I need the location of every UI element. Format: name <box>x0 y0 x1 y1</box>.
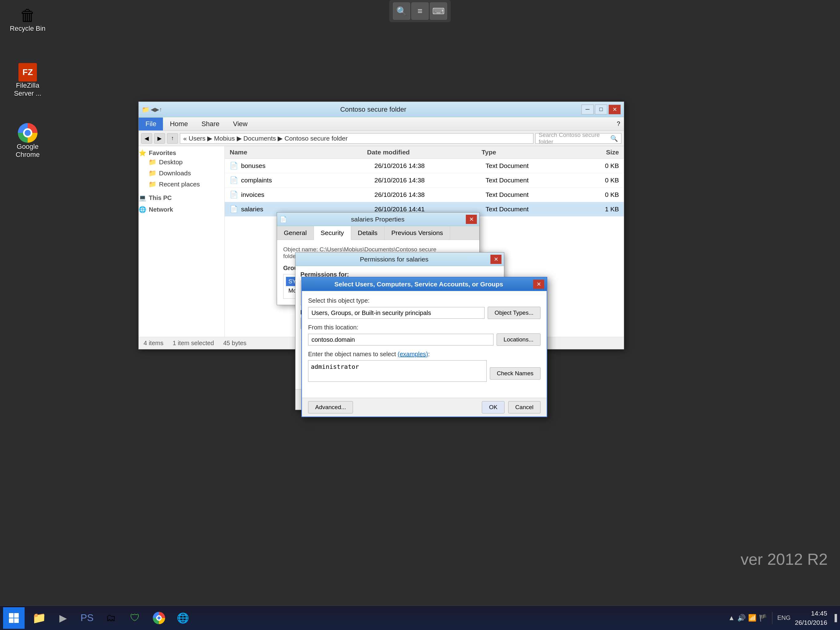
sidebar-network[interactable]: 🌐Network <box>139 206 224 213</box>
filezilla-img: FZ <box>19 63 37 82</box>
menu-share[interactable]: Share <box>195 117 226 130</box>
filezilla-icon[interactable]: FZ FileZillaServer ... <box>3 60 52 101</box>
maximize-button[interactable]: □ <box>595 104 607 114</box>
taskbar-cmd[interactable]: ▶ <box>52 607 74 629</box>
clock-time: 14:45 <box>795 609 827 618</box>
file-row-invoices[interactable]: 📄 invoices 26/10/2016 14:38 Text Documen… <box>225 188 624 202</box>
clock-date: 26/10/2016 <box>795 618 827 627</box>
select-users-close-button[interactable]: ✕ <box>533 280 544 289</box>
menu-bar: File Home Share View ? <box>139 117 624 131</box>
recycle-bin-label: Recycle Bin <box>6 25 49 33</box>
file-date-bonuses: 26/10/2016 14:38 <box>374 162 485 169</box>
path-text: « Users ▶ Mobius ▶ Documents ▶ Contoso s… <box>183 135 348 142</box>
tray-lang[interactable]: ENG <box>777 614 791 621</box>
close-button[interactable]: ✕ <box>608 104 621 114</box>
minimize-button[interactable]: ─ <box>581 104 594 114</box>
taskbar-powershell[interactable]: PS <box>76 607 98 629</box>
properties-close-button[interactable]: ✕ <box>466 215 477 224</box>
select-users-title: Select Users, Computers, Service Account… <box>305 280 533 288</box>
file-row-bonuses[interactable]: 📄 bonuses 26/10/2016 14:38 Text Document… <box>225 159 624 173</box>
file-name-complaints: complaints <box>241 177 374 184</box>
tray-icon-2[interactable]: 🔊 <box>737 614 745 622</box>
address-path[interactable]: « Users ▶ Mobius ▶ Documents ▶ Contoso s… <box>180 133 534 144</box>
permissions-close-button[interactable]: ✕ <box>490 255 502 264</box>
taskbar-clock[interactable]: 14:45 26/10/2016 <box>795 609 827 627</box>
taskbar-secpol[interactable]: 🛡 <box>124 607 146 629</box>
chrome-label: Google Chrome <box>6 143 49 159</box>
forward-button[interactable]: ▶ <box>154 133 165 144</box>
recycle-bin-icon[interactable]: 🗑 Recycle Bin <box>3 3 52 36</box>
locations-button[interactable]: Locations... <box>497 334 540 346</box>
menu-icon[interactable]: ≡ <box>411 2 429 20</box>
status-items: 4 items <box>144 340 163 347</box>
tab-details[interactable]: Details <box>351 226 385 240</box>
advanced-button[interactable]: Advanced... <box>308 401 353 413</box>
taskbar: 📁 ▶ PS 🗂 🛡 🌐 ▲ 🔊 📶 🏴 ENG 14:45 26/10/201… <box>0 605 840 630</box>
svg-rect-3 <box>14 618 19 623</box>
file-type-invoices: Text Document <box>485 191 574 198</box>
select-users-cancel-button[interactable]: Cancel <box>508 401 540 413</box>
show-desktop-button[interactable]: ▐ <box>832 614 837 622</box>
taskbar-explorer[interactable]: 📁 <box>28 607 50 629</box>
up-button[interactable]: ↑ <box>167 133 178 144</box>
file-name-invoices: invoices <box>241 191 374 198</box>
sidebar-item-recent[interactable]: 📁Recent places <box>139 179 224 190</box>
back-button[interactable]: ◀ <box>141 133 152 144</box>
properties-title: salaries Properties <box>290 216 466 223</box>
file-date-salaries: 26/10/2016 14:41 <box>374 206 485 213</box>
tab-general[interactable]: General <box>277 226 314 240</box>
file-row-complaints[interactable]: 📄 complaints 26/10/2016 14:38 Text Docum… <box>225 173 624 188</box>
taskbar-chrome[interactable] <box>148 607 170 629</box>
top-toolbar: 🔍 ≡ ⌨ <box>389 0 451 22</box>
start-button[interactable] <box>3 607 25 629</box>
select-users-ok-button[interactable]: OK <box>482 401 504 413</box>
tray-icon-flag[interactable]: 🏴 <box>759 614 767 622</box>
explorer-titlebar: 📁 ◀▶↑ Contoso secure folder ─ □ ✕ <box>139 102 624 117</box>
sidebar-thispc[interactable]: 💻This PC <box>139 194 224 201</box>
footer-ok-cancel: OK Cancel <box>482 401 540 413</box>
keyboard-icon[interactable]: ⌨ <box>430 2 447 20</box>
sidebar-item-desktop[interactable]: 📁Desktop <box>139 157 224 168</box>
properties-titlebar: 📄 salaries Properties ✕ <box>277 212 479 226</box>
file-list-header: Name Date modified Type Size <box>225 146 624 159</box>
location-input[interactable] <box>308 334 494 345</box>
search-icon[interactable]: 🔍 <box>393 2 410 20</box>
col-header-size: Size <box>573 149 619 156</box>
tray-icon-1[interactable]: ▲ <box>728 614 735 622</box>
tab-previous-versions[interactable]: Previous Versions <box>385 226 450 240</box>
menu-file[interactable]: File <box>139 117 163 130</box>
tab-security[interactable]: Security <box>314 226 351 240</box>
location-row: Locations... <box>308 334 540 346</box>
menu-help[interactable]: ? <box>613 118 624 130</box>
properties-tabs: General Security Details Previous Versio… <box>277 226 479 240</box>
object-type-input[interactable] <box>308 307 485 319</box>
file-date-invoices: 26/10/2016 14:38 <box>374 191 485 198</box>
permissions-titlebar: Permissions for salaries ✕ <box>295 253 504 266</box>
menu-home[interactable]: Home <box>163 117 195 130</box>
taskbar-files[interactable]: 🗂 <box>100 607 122 629</box>
status-selected: 1 item selected <box>172 340 214 347</box>
examples-link[interactable]: (examples) <box>398 351 428 358</box>
names-textarea[interactable] <box>308 360 487 382</box>
file-size-complaints: 0 KB <box>574 177 619 184</box>
taskbar-network[interactable]: 🌐 <box>172 607 194 629</box>
sidebar-favorites[interactable]: ⭐Favorites <box>139 149 224 157</box>
names-label: Enter the object names to select (exampl… <box>308 351 540 358</box>
select-users-body: Select this object type: Object Types...… <box>302 291 547 398</box>
select-users-titlebar: Select Users, Computers, Service Account… <box>302 277 547 291</box>
file-size-bonuses: 0 KB <box>574 162 619 169</box>
check-names-button[interactable]: Check Names <box>490 367 540 380</box>
tray-icon-network[interactable]: 📶 <box>748 614 756 622</box>
status-size: 45 bytes <box>223 340 246 347</box>
file-name-bonuses: bonuses <box>241 162 374 169</box>
svg-rect-2 <box>9 618 14 623</box>
object-types-button[interactable]: Object Types... <box>488 307 540 319</box>
search-box[interactable]: Search Contoso secure folder 🔍 <box>535 133 621 144</box>
menu-view[interactable]: View <box>226 117 254 130</box>
file-date-complaints: 26/10/2016 14:38 <box>374 177 485 184</box>
address-bar: ◀ ▶ ↑ « Users ▶ Mobius ▶ Documents ▶ Con… <box>139 131 624 146</box>
explorer-sidebar: ⭐Favorites 📁Desktop 📁Downloads 📁Recent p… <box>139 146 225 337</box>
google-chrome-icon[interactable]: Google Chrome <box>3 120 52 162</box>
file-type-bonuses: Text Document <box>485 162 574 169</box>
sidebar-item-downloads[interactable]: 📁Downloads <box>139 168 224 179</box>
